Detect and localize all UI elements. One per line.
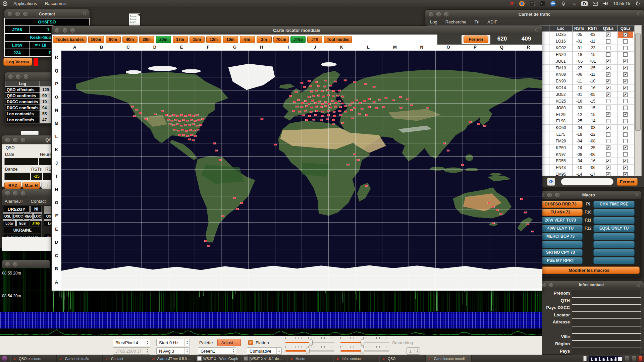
infos-field-value[interactable] bbox=[572, 334, 641, 341]
window-button[interactable] bbox=[21, 191, 25, 195]
window-button[interactable] bbox=[13, 138, 17, 142]
loc-button[interactable]: LOC bbox=[33, 213, 42, 220]
macro-button-left-2[interactable]: TU <N> 73 bbox=[538, 209, 583, 216]
window-button[interactable] bbox=[21, 138, 25, 142]
window-button[interactable] bbox=[63, 28, 67, 33]
tray-widget[interactable] bbox=[583, 356, 587, 361]
log-verrou-button[interactable]: Log Verrou bbox=[3, 58, 32, 66]
window-button[interactable] bbox=[444, 12, 448, 16]
macro-button-right-1[interactable]: CHK TIME PSE bbox=[593, 201, 635, 208]
macro-button-right-5[interactable] bbox=[593, 233, 635, 240]
band-button-toutes-bandes[interactable]: Toutes bandes bbox=[53, 36, 87, 43]
infos-field-value[interactable] bbox=[572, 326, 641, 334]
taskbar-item-wsjt-x-v1-6-1-de[interactable]: [WSJT-X v1.6.1-de... bbox=[241, 355, 287, 362]
window-button[interactable] bbox=[5, 262, 10, 266]
window-button[interactable] bbox=[547, 193, 552, 197]
band-button-30m[interactable]: 30m bbox=[139, 36, 154, 43]
map-fermer-button[interactable]: Fermer bbox=[464, 36, 488, 43]
system-monitor-applet[interactable] bbox=[589, 356, 622, 362]
window-button[interactable] bbox=[8, 74, 13, 79]
bande-field[interactable] bbox=[4, 173, 30, 180]
taskbar-item-qso-en-cours[interactable]: JTQSO en cours bbox=[10, 355, 57, 362]
infos-field-value[interactable] bbox=[572, 304, 641, 312]
band-button-2m[interactable]: 2m bbox=[257, 36, 272, 43]
taskbar-item-carte-locator-mondi[interactable]: JTCarte locator mondi... bbox=[426, 355, 472, 362]
zero-slider-2[interactable] bbox=[340, 347, 389, 355]
macro-button-left-5[interactable]: MERCI BCP 73 bbox=[538, 233, 583, 240]
window-menu-circle[interactable] bbox=[637, 12, 640, 15]
band-button-6m[interactable]: 6m bbox=[240, 36, 255, 43]
window-button[interactable] bbox=[555, 193, 559, 197]
partial-titlebar[interactable] bbox=[2, 260, 50, 268]
keyboard-layout-indicator[interactable]: Fr bbox=[581, 1, 588, 6]
man-h-button[interactable]: Man H bbox=[22, 182, 40, 189]
n-avg-spinner[interactable]: N Avg 3▲▼ bbox=[156, 347, 190, 355]
carnet-menu-log[interactable]: Log bbox=[430, 19, 437, 24]
macro-button-left-3[interactable]: 20W VERT TU73 bbox=[538, 217, 583, 224]
alarmejt-menu-item[interactable]: Contact bbox=[31, 199, 46, 204]
macro-titlebar[interactable]: Macro bbox=[536, 191, 641, 199]
macro-button-right-2[interactable] bbox=[593, 209, 635, 216]
qsl-button[interactable]: QSL bbox=[3, 213, 12, 220]
reg-button[interactable]: REG bbox=[24, 213, 33, 220]
software-tray-icon[interactable] bbox=[529, 1, 535, 6]
palette-select[interactable]: Green1▲▼ bbox=[198, 347, 236, 355]
taskbar-item-qso[interactable]: JTQSO bbox=[379, 355, 426, 362]
taskbar-item-infos-contact[interactable]: JTInfos contact bbox=[333, 355, 380, 362]
spectrum-mode-select[interactable]: Cumulative▲▼ bbox=[247, 347, 282, 355]
band-button-jt65[interactable]: JT65 bbox=[290, 36, 306, 43]
tray-mini-icon[interactable] bbox=[624, 356, 629, 361]
search-input[interactable] bbox=[561, 178, 613, 185]
firefox-tray-icon[interactable] bbox=[519, 1, 525, 6]
macro-button-left-7[interactable]: SRI NO CPY 73 bbox=[538, 249, 583, 256]
mail-icon[interactable] bbox=[592, 1, 598, 6]
network-arrows-icon[interactable]: ↑↓ bbox=[571, 1, 577, 6]
window-button[interactable] bbox=[24, 74, 28, 79]
band-button-12m[interactable]: 12m bbox=[206, 36, 221, 43]
desktop-file-icon-partial-1[interactable] bbox=[21, 131, 39, 135]
rsts-field[interactable]: -15 bbox=[31, 173, 42, 180]
trash-applet-icon[interactable] bbox=[2, 356, 7, 361]
power-gear-icon[interactable] bbox=[635, 1, 641, 6]
taskbar-item-wsjt-x-wide-graph[interactable]: WSJT-X - Wide Graph bbox=[195, 355, 241, 362]
microphone-icon[interactable] bbox=[560, 1, 566, 6]
band-button-10m[interactable]: 10m bbox=[223, 36, 238, 43]
tray-mini-icon[interactable] bbox=[631, 356, 636, 361]
adjust-palette-button[interactable]: Adjust... bbox=[217, 339, 241, 346]
window-button[interactable] bbox=[55, 28, 59, 33]
flatten-checkbox[interactable]: ✓ bbox=[248, 340, 253, 345]
window-button[interactable] bbox=[5, 191, 10, 195]
window-button[interactable] bbox=[5, 138, 10, 142]
ubuntu-logo-icon[interactable] bbox=[3, 1, 7, 6]
infos-field-value[interactable] bbox=[572, 297, 641, 305]
band-button-40m[interactable]: 40m bbox=[122, 36, 138, 43]
macro-button-right-7[interactable] bbox=[593, 249, 635, 256]
taskbar-item-contact[interactable]: JTContact bbox=[103, 355, 149, 362]
window-button[interactable] bbox=[549, 283, 553, 287]
window-button[interactable] bbox=[436, 12, 441, 16]
thunderbird-tray-icon[interactable] bbox=[550, 1, 556, 6]
macro-button-left-1[interactable]: OH6FSO RRR 73 bbox=[538, 201, 583, 208]
window-button[interactable] bbox=[13, 262, 17, 266]
band-button-tout-modes[interactable]: Tout modes bbox=[324, 36, 352, 43]
window-button[interactable] bbox=[16, 74, 20, 79]
macro-button-left-8[interactable]: PSE MY RPRT bbox=[538, 257, 583, 264]
contact-titlebar[interactable]: Contact bbox=[4, 9, 90, 18]
macro-button-right-6[interactable] bbox=[593, 241, 635, 248]
macro-button-left-6[interactable] bbox=[538, 241, 583, 248]
carnet-titlebar[interactable]: Carnet de trafic bbox=[425, 10, 644, 18]
date-field[interactable] bbox=[4, 158, 38, 165]
band-button-160m[interactable]: 160m bbox=[88, 36, 104, 43]
dxcc-button[interactable]: DXCC bbox=[13, 213, 23, 220]
macro-button-right-8[interactable] bbox=[593, 257, 635, 264]
carnet-menu-tri[interactable]: Tri bbox=[475, 19, 480, 24]
jt65-tray-icon[interactable]: JT bbox=[508, 1, 514, 6]
smoothing-spinner[interactable]: 1▲▼ bbox=[407, 347, 420, 355]
carnet-menu-adif[interactable]: ADIF bbox=[487, 19, 497, 24]
window-menu-circle[interactable] bbox=[637, 284, 640, 287]
band-button-jt9[interactable]: JT9 bbox=[307, 36, 322, 43]
band-button-17m[interactable]: 17m bbox=[173, 36, 188, 43]
taskbar-item-macro[interactable]: JTMacro bbox=[287, 355, 333, 362]
gain-slider-2[interactable] bbox=[340, 339, 389, 346]
infos-field-value[interactable] bbox=[572, 348, 641, 355]
